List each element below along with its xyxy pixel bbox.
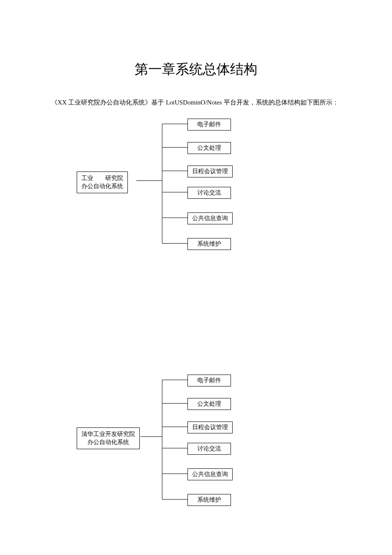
platform-name: LotUSDominO/Notes [166,99,222,106]
root-line1: 工业 研究院 [81,175,123,181]
root-node-2: 清华工业开发研究院 办公自动化系统 [77,427,140,449]
branch-5 [162,218,187,218]
child-node: 日程会议管理 [187,421,233,433]
branch-6 [162,243,187,244]
child-node: 公文处理 [187,142,231,154]
branch-3 [162,427,187,427]
child-node: 公共信息查询 [187,212,233,224]
branch-1 [162,124,187,124]
para-suffix: 平台开发，系统的总体结构如下图所示： [222,99,339,106]
child-node: 日程会议管理 [187,166,233,177]
root-line2: 办公自动化系统 [87,439,129,445]
main-vline [162,380,162,499]
branch-2 [162,147,187,148]
root-line2: 办公自动化系统 [81,183,123,189]
branch-4 [162,448,187,448]
para-prefix: 《XX 工业研究院办公自动化系统》基于 [51,99,166,106]
org-diagram-2: 清华工业开发研究院 办公自动化系统 电子邮件 公文处理 日程会议管理 讨论交流 … [68,373,354,510]
branch-5 [162,474,187,474]
org-diagram-1: 工业 研究院 办公自动化系统 电子邮件 公文处理 日程会议管理 讨论交流 公共信… [68,117,354,254]
child-node: 系统维护 [187,494,231,506]
branch-6 [162,499,187,500]
root-line1: 清华工业开发研究院 [81,431,135,437]
chapter-title: 第一章系统总体结构 [38,60,354,79]
child-node: 电子邮件 [187,375,231,386]
child-node: 电子邮件 [187,119,231,131]
child-node: 公共信息查询 [187,468,233,480]
child-node: 讨论交流 [187,187,231,199]
document-page: 第一章系统总体结构 《XX 工业研究院办公自动化系统》基于 LotUSDomin… [0,0,392,544]
child-node: 讨论交流 [187,443,231,455]
root-hline [136,180,162,181]
branch-4 [162,192,187,192]
child-node: 系统维护 [187,238,231,250]
branch-2 [162,403,187,404]
main-vline [162,124,162,243]
branch-1 [162,380,187,380]
branch-3 [162,171,187,171]
intro-paragraph: 《XX 工业研究院办公自动化系统》基于 LotUSDominO/Notes 平台… [38,96,354,109]
root-node-1: 工业 研究院 办公自动化系统 [77,171,128,193]
root-hline [141,436,162,437]
child-node: 公文处理 [187,398,231,410]
